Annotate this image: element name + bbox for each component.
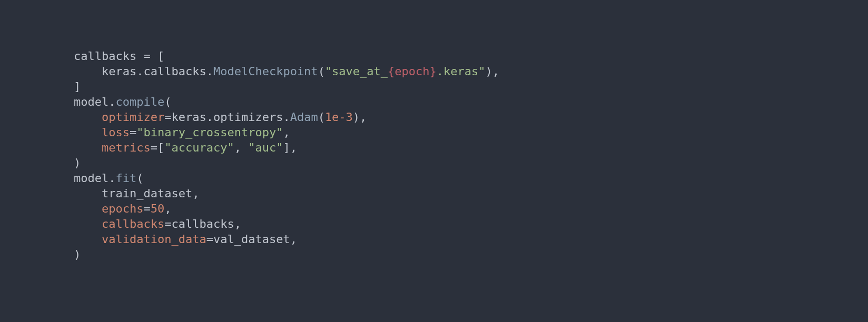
paren-close: ) — [74, 156, 81, 169]
kwarg-optimizer: optimizer — [102, 110, 164, 124]
code-block[interactable]: callbacks = [ keras.callbacks.ModelCheck… — [0, 0, 868, 262]
dot: . — [283, 110, 290, 124]
paren-close: ) — [74, 248, 81, 261]
method-compile: compile — [115, 95, 164, 108]
arg-train-dataset: train_dataset — [102, 187, 192, 200]
bracket-close: ] — [74, 80, 81, 93]
indent — [74, 126, 102, 139]
module-optimizers: optimizers — [213, 110, 283, 124]
indent — [74, 187, 102, 200]
code-line-8: ) — [74, 156, 81, 169]
code-line-10: train_dataset, — [74, 187, 199, 200]
kwarg-metrics: metrics — [102, 141, 151, 154]
string-auc: "auc" — [248, 141, 283, 154]
paren-open: ( — [318, 65, 325, 78]
paren-open: ( — [318, 110, 325, 124]
kwarg-validation-data: validation_data — [102, 233, 206, 246]
bracket-open: [ — [157, 49, 164, 63]
bracket-open: [ — [157, 141, 164, 154]
comma: , — [234, 141, 249, 154]
code-line-4: model.compile( — [74, 95, 171, 108]
paren-open: ( — [136, 172, 143, 185]
indent — [74, 110, 102, 124]
dot: . — [108, 95, 115, 108]
indent — [74, 141, 102, 154]
string-loss: "binary_crossentropy" — [136, 126, 283, 139]
number-epochs: 50 — [151, 202, 165, 215]
operator-equals: = — [206, 233, 213, 246]
code-line-14: ) — [74, 248, 81, 261]
var-callbacks: callbacks — [74, 49, 136, 63]
kwarg-callbacks: callbacks — [102, 217, 164, 230]
val-callbacks: callbacks — [171, 217, 234, 230]
code-line-7: metrics=["accuracy", "auc"], — [74, 141, 297, 154]
string-accuracy: "accuracy" — [164, 141, 234, 154]
string-interp-epoch: {epoch} — [388, 65, 437, 78]
class-modelcheckpoint: ModelCheckpoint — [213, 65, 318, 78]
paren-close-comma: ), — [486, 65, 500, 78]
paren-open: ( — [164, 95, 171, 108]
var-model: model — [74, 172, 108, 185]
dot: . — [136, 65, 143, 78]
operator-equals: = — [143, 202, 150, 215]
indent — [74, 65, 102, 78]
kwarg-loss: loss — [102, 126, 130, 139]
comma: , — [283, 126, 290, 139]
method-fit: fit — [115, 172, 136, 185]
val-val-dataset: val_dataset — [213, 233, 290, 246]
dot: . — [206, 110, 213, 124]
code-line-3: ] — [74, 80, 81, 93]
operator-equals: = — [130, 126, 136, 139]
paren-close-comma: ), — [353, 110, 367, 124]
code-line-6: loss="binary_crossentropy", — [74, 126, 290, 139]
comma: , — [164, 202, 171, 215]
string-part-close: .keras" — [437, 65, 486, 78]
dot: . — [108, 172, 115, 185]
code-line-2: keras.callbacks.ModelCheckpoint("save_at… — [74, 65, 499, 78]
comma: , — [192, 187, 199, 200]
code-line-9: model.fit( — [74, 172, 143, 185]
class-adam: Adam — [290, 110, 318, 124]
code-line-11: epochs=50, — [74, 202, 171, 215]
operator-equals: = — [136, 49, 157, 63]
code-line-5: optimizer=keras.optimizers.Adam(1e-3), — [74, 110, 367, 124]
code-line-13: validation_data=val_dataset, — [74, 233, 297, 246]
module-callbacks: callbacks — [143, 65, 206, 78]
indent — [74, 202, 102, 215]
comma: , — [234, 217, 241, 230]
operator-equals: = — [164, 110, 171, 124]
var-model: model — [74, 95, 108, 108]
dot: . — [206, 65, 213, 78]
comma: , — [290, 233, 297, 246]
number-lr: 1e-3 — [325, 110, 353, 124]
string-part-open: "save_at_ — [325, 65, 388, 78]
indent — [74, 217, 102, 230]
code-line-1: callbacks = [ — [74, 49, 164, 63]
module-keras: keras — [171, 110, 206, 124]
code-line-12: callbacks=callbacks, — [74, 217, 241, 230]
indent — [74, 233, 102, 246]
bracket-close-comma: ], — [283, 141, 297, 154]
module-keras: keras — [102, 65, 136, 78]
kwarg-epochs: epochs — [102, 202, 143, 215]
operator-equals: = — [164, 217, 171, 230]
operator-equals: = — [151, 141, 157, 154]
